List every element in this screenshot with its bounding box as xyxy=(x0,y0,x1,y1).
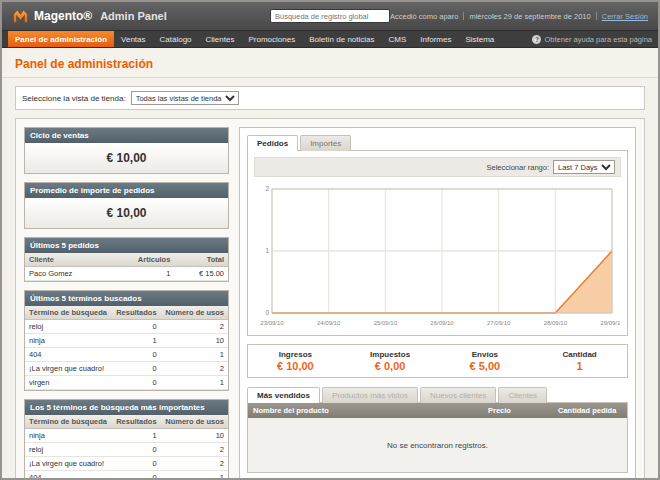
magento-logo-icon xyxy=(12,8,29,25)
current-date: miércoles 29 de septiembre de 2010 xyxy=(469,12,590,21)
table-cell: 1 xyxy=(112,429,161,443)
table-header-row: Término de búsquedaResultadosNúmero de u… xyxy=(25,415,228,429)
tab-nuevos-clientes[interactable]: Nuevos clientes xyxy=(420,387,496,403)
table-row: ninja110 xyxy=(25,334,228,348)
table-cell: 0 xyxy=(112,471,161,480)
total-value: € 10,00 xyxy=(248,360,343,372)
last-search-terms-table: Término de búsquedaResultadosNúmero de u… xyxy=(25,306,228,390)
global-search-input[interactable] xyxy=(270,9,390,23)
logged-in-as: Accedió como aparo xyxy=(390,12,458,21)
range-select[interactable]: Last 7 Days xyxy=(553,160,615,174)
top-search-terms-card: Los 5 términos de búsqueda más important… xyxy=(24,399,229,480)
total-item-cantidad: Cantidad1 xyxy=(532,350,627,372)
table-row: ¡La virgen que cuadro!02 xyxy=(25,457,228,471)
column-header: Artículos xyxy=(108,253,174,267)
table-cell: 0 xyxy=(112,320,161,334)
table-cell: ninja xyxy=(25,334,112,348)
dashboard-sidebar: Ciclo de ventas € 10,00 Promedio de impo… xyxy=(24,127,229,480)
tab-m-s-vendidos[interactable]: Más vendidos xyxy=(247,387,320,403)
nav-item-cms[interactable]: CMS xyxy=(382,31,414,47)
totals-row: Ingresos€ 10,00Impuestos€ 0,00Envíos€ 5,… xyxy=(247,344,628,378)
grid-empty-message: No se encontraron registros. xyxy=(248,418,627,472)
nav-item-sistema[interactable]: Sistema xyxy=(458,31,501,47)
grid-column-header: Nombre del producto xyxy=(248,403,483,418)
column-header: Número de usos xyxy=(161,415,228,429)
table-cell: 0 xyxy=(112,362,161,376)
table-cell: 1 xyxy=(108,267,174,281)
table-cell: 0 xyxy=(112,376,161,390)
table-cell: 2 xyxy=(161,362,228,376)
brand-area: Magento® Admin Panel xyxy=(12,8,270,25)
table-cell: ninja xyxy=(25,429,112,443)
svg-text:2: 2 xyxy=(265,185,269,192)
table-row: 40401 xyxy=(25,471,228,480)
total-item-ingresos: Ingresos€ 10,00 xyxy=(248,350,343,372)
logout-link[interactable]: Cerrar Sesión xyxy=(602,12,648,21)
grid-column-header: Cantidad pedida xyxy=(553,403,627,418)
total-label: Impuestos xyxy=(343,350,438,359)
table-cell: 2 xyxy=(161,320,228,334)
separator xyxy=(463,12,464,20)
title-divider xyxy=(2,77,658,78)
table-cell: virgen xyxy=(25,376,112,390)
table-row: Paco Gomez1€ 15.00 xyxy=(25,267,228,281)
table-cell: 0 xyxy=(112,457,161,471)
column-header: Término de búsqueda xyxy=(25,415,112,429)
tab-pedidos[interactable]: Pedidos xyxy=(247,135,298,151)
card-title: Últimos 5 pedidos xyxy=(25,238,228,253)
table-cell: Paco Gomez xyxy=(25,267,108,281)
nav-item-informes[interactable]: Informes xyxy=(413,31,458,47)
table-header-row: ClienteArtículosTotal xyxy=(25,253,228,267)
column-header: Resultados xyxy=(112,306,161,320)
total-value: € 5,00 xyxy=(438,360,533,372)
total-label: Envíos xyxy=(438,350,533,359)
separator xyxy=(596,12,597,20)
table-cell: 1 xyxy=(161,376,228,390)
table-cell: reloj xyxy=(25,443,112,457)
svg-text:28/09/10: 28/09/10 xyxy=(544,320,568,326)
tab-productos-m-s-vistos[interactable]: Productos más vistos xyxy=(322,387,418,403)
table-row: ninja110 xyxy=(25,429,228,443)
grid-column-header: Precio xyxy=(483,403,553,418)
grid-header-row: Nombre del productoPrecioCantidad pedida xyxy=(248,403,627,418)
column-header: Número de usos xyxy=(161,306,228,320)
table-cell: reloj xyxy=(25,320,112,334)
card-title: Últimos 5 términos buscados xyxy=(25,291,228,306)
range-bar: Seleccionar rango: Last 7 Days xyxy=(254,157,621,177)
grid-tabs: Más vendidosProductos más vistosNuevos c… xyxy=(247,387,628,403)
card-title: Promedio de importe de pedidos xyxy=(25,183,228,198)
column-header: Término de búsqueda xyxy=(25,306,112,320)
table-cell: 10 xyxy=(161,334,228,348)
table-cell: 404 xyxy=(25,348,112,362)
dashboard-content: Ciclo de ventas € 10,00 Promedio de impo… xyxy=(15,118,645,480)
orders-line-chart: 01223/09/1024/09/1025/09/1026/09/1027/09… xyxy=(254,181,620,329)
store-switcher-select[interactable]: Todas las vistas de tienda xyxy=(131,91,239,105)
store-switcher-label: Seleccione la vista de tienda: xyxy=(22,94,126,103)
brand-subtitle: Admin Panel xyxy=(100,10,167,22)
help-label: Obtener ayuda para esta página xyxy=(544,35,652,44)
total-label: Cantidad xyxy=(532,350,627,359)
nav-item-ventas[interactable]: Ventas xyxy=(114,31,152,47)
table-cell: ¡La virgen que cuadro! xyxy=(25,362,112,376)
svg-text:25/09/10: 25/09/10 xyxy=(374,320,398,326)
nav-item-clientes[interactable]: Clientes xyxy=(199,31,242,47)
average-orders-value: € 10,00 xyxy=(25,198,228,228)
nav-item-panel-de-administraci-n[interactable]: Panel de administración xyxy=(8,31,114,47)
nav-item-bolet-n-de-noticias[interactable]: Boletín de noticias xyxy=(302,31,381,47)
global-search xyxy=(270,9,390,23)
help-icon: ? xyxy=(532,35,541,44)
nav-item-promociones[interactable]: Promociones xyxy=(241,31,302,47)
svg-text:0: 0 xyxy=(265,309,269,316)
total-label: Ingresos xyxy=(248,350,343,359)
help-link[interactable]: ? Obtener ayuda para esta página xyxy=(532,31,652,47)
svg-text:1: 1 xyxy=(265,247,269,254)
tab-importes[interactable]: Importes xyxy=(300,135,351,151)
table-row: reloj02 xyxy=(25,320,228,334)
tab-clientes[interactable]: Clientes xyxy=(498,387,547,403)
svg-text:29/09/10: 29/09/10 xyxy=(600,320,620,326)
last-orders-table: ClienteArtículosTotalPaco Gomez1€ 15.00 xyxy=(25,253,228,281)
table-cell: € 15.00 xyxy=(174,267,228,281)
nav-item-cat-logo[interactable]: Catálogo xyxy=(153,31,199,47)
lifetime-sales-value: € 10,00 xyxy=(25,143,228,173)
table-row: ¡La virgen que cuadro!02 xyxy=(25,362,228,376)
